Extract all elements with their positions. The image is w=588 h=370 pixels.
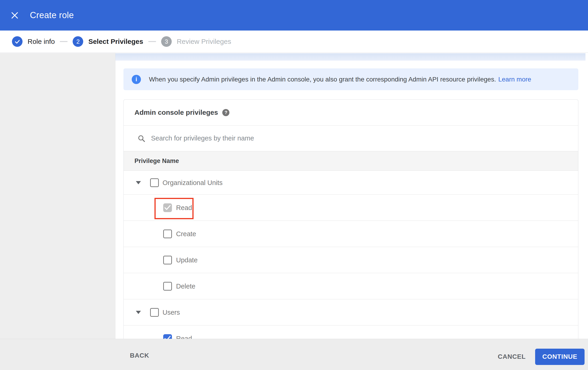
learn-more-link[interactable]: Learn more bbox=[498, 76, 531, 83]
privileges-card: Admin console privileges ? Privilege Nam… bbox=[124, 99, 578, 352]
row-label: Organizational Units bbox=[163, 179, 222, 186]
step3-label: Review Privileges bbox=[177, 38, 231, 45]
step2-label: Select Privileges bbox=[88, 38, 143, 45]
red-highlight-box bbox=[155, 198, 194, 219]
row-organizational-units[interactable]: Organizational Units bbox=[124, 171, 578, 195]
row-label: Create bbox=[176, 230, 196, 238]
checkbox-ou-update[interactable] bbox=[163, 256, 172, 264]
scroll-top-strip bbox=[116, 53, 586, 60]
step1-label: Role info bbox=[28, 38, 55, 45]
dialog-title: Create role bbox=[30, 10, 74, 20]
privilege-name-column-header: Privilege Name bbox=[135, 158, 179, 165]
checkbox-organizational-units[interactable] bbox=[150, 178, 159, 187]
privilege-search-input[interactable] bbox=[151, 134, 542, 142]
row-label: Delete bbox=[176, 282, 195, 290]
row-users[interactable]: Users bbox=[124, 299, 578, 325]
step-role-info[interactable]: Role info bbox=[12, 36, 55, 47]
left-rail bbox=[0, 53, 116, 339]
table-header-row: Privilege Name bbox=[124, 151, 578, 171]
cancel-button[interactable]: CANCEL bbox=[498, 353, 526, 360]
search-icon bbox=[137, 134, 146, 142]
create-role-dialog: Create role Role info 2 Select Privilege… bbox=[0, 0, 588, 370]
collapse-arrow-icon[interactable] bbox=[136, 181, 141, 184]
main-content: i When you specify Admin privileges in t… bbox=[116, 53, 588, 339]
row-label: Users bbox=[163, 309, 180, 316]
collapse-arrow-icon[interactable] bbox=[136, 311, 141, 314]
row-ou-update[interactable]: Update bbox=[124, 247, 578, 273]
footer-right-actions: CANCEL CONTINUE bbox=[498, 339, 585, 370]
card-title: Admin console privileges bbox=[135, 109, 218, 116]
step-review-privileges[interactable]: 3 Review Privileges bbox=[161, 36, 231, 47]
card-title-row: Admin console privileges ? bbox=[124, 100, 578, 125]
back-button[interactable]: BACK bbox=[130, 352, 149, 359]
stepper: Role info 2 Select Privileges 3 Review P… bbox=[0, 30, 588, 53]
row-label: Update bbox=[176, 256, 198, 264]
checkbox-ou-create[interactable] bbox=[163, 230, 172, 238]
continue-button[interactable]: CONTINUE bbox=[535, 349, 585, 365]
step1-circle-complete bbox=[12, 36, 22, 47]
row-ou-create[interactable]: Create bbox=[124, 221, 578, 247]
info-banner-text: When you specify Admin privileges in the… bbox=[149, 76, 496, 83]
info-icon: i bbox=[132, 75, 141, 84]
dialog-header: Create role bbox=[0, 0, 588, 30]
row-ou-delete[interactable]: Delete bbox=[124, 273, 578, 299]
step2-circle-active: 2 bbox=[73, 36, 83, 47]
step3-circle-upcoming: 3 bbox=[161, 36, 172, 47]
step-separator bbox=[148, 41, 156, 42]
close-icon[interactable] bbox=[11, 12, 18, 19]
checkbox-users[interactable] bbox=[150, 308, 159, 317]
info-banner: i When you specify Admin privileges in t… bbox=[124, 68, 578, 90]
privilege-search-row bbox=[124, 125, 578, 151]
step-select-privileges[interactable]: 2 Select Privileges bbox=[73, 36, 143, 47]
row-ou-read[interactable]: Read bbox=[124, 195, 578, 221]
check-icon bbox=[14, 39, 21, 45]
checkbox-ou-delete[interactable] bbox=[163, 282, 172, 290]
step-separator bbox=[60, 41, 68, 42]
footer-action-bar: BACK CANCEL CONTINUE bbox=[0, 339, 588, 370]
help-icon[interactable]: ? bbox=[222, 109, 229, 116]
